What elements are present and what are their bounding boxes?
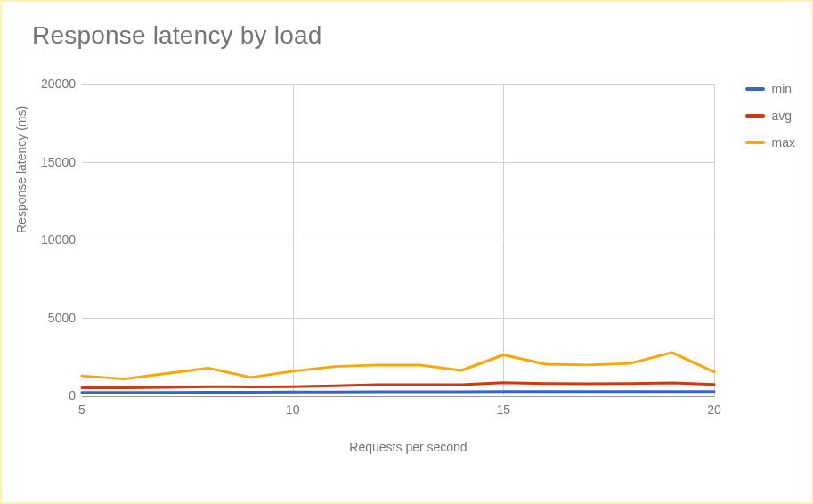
legend-item-avg[interactable]: avg xyxy=(745,109,795,123)
legend: minavgmax xyxy=(745,82,795,162)
series-line-max xyxy=(82,353,714,379)
y-tick-label: 0 xyxy=(22,388,76,402)
x-tick-label: 20 xyxy=(707,402,721,417)
series-line-min xyxy=(82,392,714,393)
y-tick-label: 5000 xyxy=(22,311,76,325)
x-tick-label: 5 xyxy=(78,402,85,417)
legend-swatch-icon xyxy=(745,114,765,118)
series-line-avg xyxy=(82,383,714,388)
line-series-layer xyxy=(82,84,714,395)
y-tick-label: 15000 xyxy=(22,155,76,169)
legend-label: avg xyxy=(772,109,793,123)
x-tick-label: 15 xyxy=(497,402,511,417)
chart-title: Response latency by load xyxy=(32,21,321,50)
legend-label: max xyxy=(772,135,795,150)
x-tick-label: 10 xyxy=(286,402,300,417)
legend-item-max[interactable]: max xyxy=(745,135,795,150)
legend-item-min[interactable]: min xyxy=(745,82,795,96)
y-tick-label: 10000 xyxy=(22,232,76,247)
legend-swatch-icon xyxy=(745,87,765,91)
y-tick-label: 20000 xyxy=(22,77,76,91)
chart-card: Response latency by load Response latenc… xyxy=(0,0,813,504)
x-axis-label: Requests per second xyxy=(2,440,813,454)
legend-label: min xyxy=(772,82,793,96)
y-axis-label: Response latency (ms) xyxy=(14,106,28,233)
legend-swatch-icon xyxy=(745,141,765,144)
